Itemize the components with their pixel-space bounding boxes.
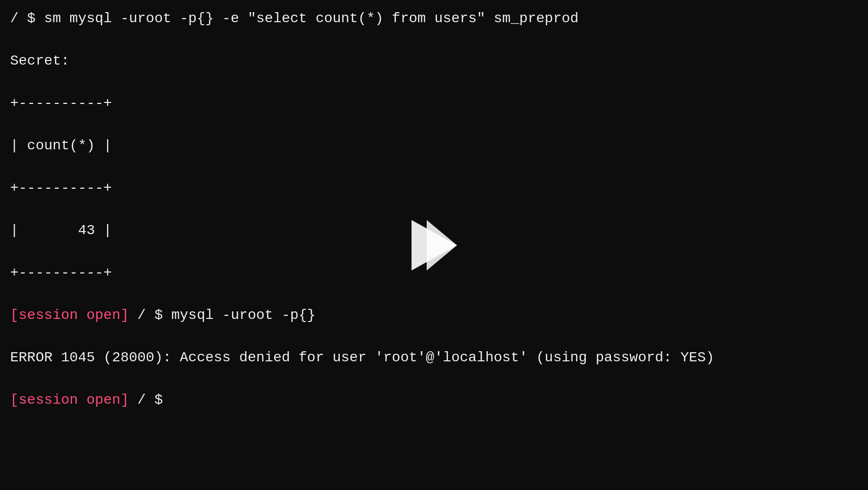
play-icon — [409, 217, 459, 273]
svg-marker-1 — [427, 220, 457, 270]
play-button[interactable] — [409, 217, 459, 273]
